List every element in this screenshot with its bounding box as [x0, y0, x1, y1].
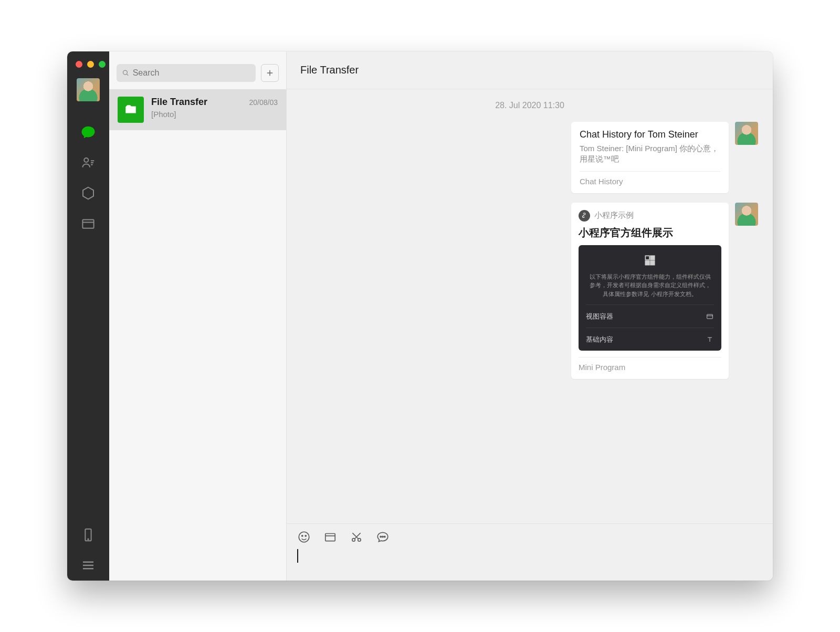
card-footer: Mini Program [579, 357, 721, 372]
svg-point-0 [84, 158, 88, 162]
smile-icon [297, 530, 311, 544]
container-icon [706, 312, 714, 321]
sender-avatar[interactable] [735, 203, 758, 226]
wechat-window: File Transfer 20/08/03 [Photo] File Tran… [67, 51, 773, 581]
svg-point-3 [88, 539, 89, 540]
chats-tab-icon[interactable] [67, 117, 109, 148]
mini-program-title: 小程序官方组件展示 [579, 226, 721, 240]
search-field[interactable] [133, 68, 250, 78]
mini-program-row-view[interactable]: 视图容器 [586, 304, 714, 328]
text-icon [706, 335, 714, 344]
mini-program-desc: 以下将展示小程序官方组件能力，组件样式仅供参考，开发者可根据自身需求自定义组件样… [586, 272, 714, 305]
search-input[interactable] [117, 64, 256, 82]
conversation-title: File Transfer [151, 97, 207, 108]
sidebar-nav [67, 51, 109, 581]
fullscreen-window-button[interactable] [99, 61, 106, 68]
close-window-button[interactable] [76, 61, 82, 68]
user-avatar[interactable] [77, 78, 100, 101]
svg-point-12 [305, 535, 306, 536]
svg-rect-8 [650, 261, 655, 265]
folder-icon [323, 530, 337, 544]
messages-scroll[interactable]: 28. Jul 2020 11:30 Chat History for Tom … [287, 89, 773, 523]
emoji-button[interactable] [297, 530, 311, 544]
attach-file-button[interactable] [323, 530, 337, 544]
search-icon [122, 69, 130, 77]
sender-avatar[interactable] [735, 122, 758, 145]
svg-point-10 [299, 532, 309, 542]
mini-program-row-label: 视图容器 [586, 312, 613, 321]
timeline-timestamp: 28. Jul 2020 11:30 [301, 101, 758, 110]
minimize-window-button[interactable] [87, 61, 94, 68]
compose-area [287, 523, 773, 581]
text-caret [297, 549, 298, 563]
chat-bubble-icon [376, 530, 390, 544]
svg-point-18 [384, 536, 385, 537]
svg-point-4 [123, 70, 127, 75]
svg-rect-13 [326, 534, 335, 541]
mini-program-header: 小程序示例 [579, 210, 721, 222]
search-row [109, 51, 286, 89]
conversation-item-file-transfer[interactable]: File Transfer 20/08/03 [Photo] [109, 89, 286, 130]
mini-program-preview: 以下将展示小程序官方组件能力，组件样式仅供参考，开发者可根据自身需求自定义组件样… [579, 245, 721, 351]
mini-program-row-label: 基础内容 [586, 335, 613, 344]
menu-icon[interactable] [67, 550, 109, 581]
add-button[interactable] [261, 64, 279, 82]
contacts-tab-icon[interactable] [67, 148, 109, 178]
message-row: 小程序示例 小程序官方组件展示 以下将展示小程序官方组件能力，组件样式仅供参考，… [301, 203, 758, 380]
chat-title: File Transfer [300, 64, 359, 76]
more-button[interactable] [376, 530, 390, 544]
svg-rect-7 [645, 261, 649, 265]
chat-area: File Transfer 28. Jul 2020 11:30 Chat Hi… [287, 51, 773, 581]
conversation-date: 20/08/03 [249, 98, 278, 107]
scissors-icon [350, 530, 363, 544]
mini-program-row-basic[interactable]: 基础内容 [586, 328, 714, 351]
svg-rect-6 [650, 256, 655, 260]
discover-tab-icon[interactable] [67, 178, 109, 208]
conversation-list-panel: File Transfer 20/08/03 [Photo] [109, 51, 287, 581]
window-controls [67, 57, 106, 78]
screenshot-button[interactable] [350, 530, 363, 544]
svg-point-17 [382, 536, 383, 537]
svg-rect-9 [707, 314, 713, 319]
files-tab-icon[interactable] [67, 208, 109, 239]
chat-history-card[interactable]: Chat History for Tom Steiner Tom Steiner… [571, 122, 729, 193]
file-transfer-icon [118, 97, 144, 123]
compose-toolbar [297, 530, 762, 544]
mini-program-logo-icon [579, 210, 590, 222]
svg-point-11 [302, 535, 303, 536]
conversation-text: File Transfer 20/08/03 [Photo] [151, 97, 278, 123]
svg-point-14 [352, 539, 355, 541]
plus-icon [265, 68, 275, 78]
grid-icon [586, 254, 714, 267]
svg-rect-5 [645, 256, 649, 260]
svg-point-16 [380, 536, 381, 537]
chat-header: File Transfer [287, 51, 773, 89]
compose-input[interactable] [297, 547, 762, 565]
mini-program-app-name: 小程序示例 [594, 210, 634, 220]
mini-program-card[interactable]: 小程序示例 小程序官方组件展示 以下将展示小程序官方组件能力，组件样式仅供参考，… [571, 203, 729, 380]
card-title: Chat History for Tom Steiner [580, 129, 720, 140]
svg-rect-1 [82, 220, 93, 228]
card-footer: Chat History [580, 171, 720, 186]
phone-icon[interactable] [67, 520, 109, 550]
message-row: Chat History for Tom Steiner Tom Steiner… [301, 122, 758, 193]
svg-point-15 [358, 539, 361, 541]
card-body: Tom Steiner: [Mini Program] 你的心意，用星说™吧 [580, 143, 720, 165]
conversation-preview: [Photo] [151, 110, 278, 119]
